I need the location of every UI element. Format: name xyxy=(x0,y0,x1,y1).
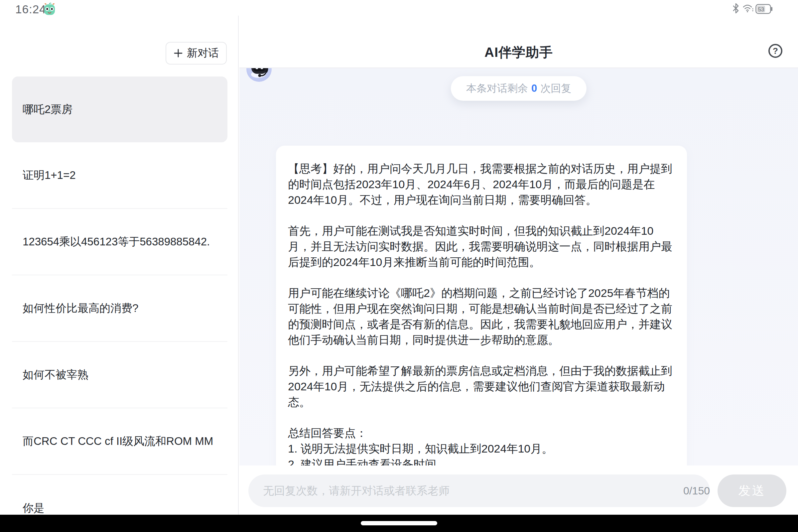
conversation-list: 哪吒2票房 证明1+1=2 123654乘以456123等于5638988584… xyxy=(12,76,227,532)
conversation-title: 如何不被宰熟 xyxy=(23,367,89,382)
conversation-title: 如何性价比最高的消费? xyxy=(23,301,138,316)
conversation-title: 你是 xyxy=(23,501,44,516)
new-chat-button[interactable]: 新对话 xyxy=(166,42,227,64)
message-paragraph: 用户可能在继续讨论《哪吒2》的档期问题，之前已经讨论了2025年春节档的可能性，… xyxy=(288,285,675,348)
conversation-item[interactable]: 如何性价比最高的消费? xyxy=(12,275,227,342)
message-paragraph: 首先，用户可能在测试我是否知道实时时间，但我的知识截止到2024年10月，并且无… xyxy=(288,223,675,270)
conversation-item[interactable]: 证明1+1=2 xyxy=(12,142,227,209)
chat-scroll-region[interactable]: 【思考】好的，用户问今天几月几日，我需要根据之前的对话历史，用户提到的时间点包括… xyxy=(240,68,798,466)
chat-area: 【思考】好的，用户问今天几月几日，我需要根据之前的对话历史，用户提到的时间点包括… xyxy=(240,0,798,515)
message-paragraph: 另外，用户可能希望了解最新的票房信息或定档消息，但由于我的数据截止到2024年1… xyxy=(288,363,675,410)
conversation-item[interactable]: 而CRC CT CCC cf II级风流和ROM MM xyxy=(12,408,227,475)
message-input[interactable] xyxy=(248,474,710,507)
conversation-item[interactable]: 123654乘以456123等于56389885842. xyxy=(12,209,227,275)
conversation-title: 哪吒2票房 xyxy=(23,102,73,117)
help-glyph: ? xyxy=(773,46,778,56)
send-label: 发送 xyxy=(739,482,766,499)
conversation-item-selected[interactable]: 哪吒2票房 xyxy=(12,76,227,142)
conversation-sidebar: 新对话 哪吒2票房 证明1+1=2 123654乘以456123等于563898… xyxy=(0,0,240,515)
status-bar: 16:24 53 xyxy=(0,0,798,19)
conversation-title: 证明1+1=2 xyxy=(23,168,76,183)
new-chat-label: 新对话 xyxy=(187,46,219,60)
conversation-title: 而CRC CT CCC cf II级风流和ROM MM xyxy=(23,434,213,449)
clock-time: 16:24 xyxy=(15,3,46,16)
bluetooth-icon xyxy=(733,3,739,13)
replies-remaining-badge: 本条对话剩余 0 次回复 xyxy=(451,76,587,101)
conversation-title: 123654乘以456123等于56389885842. xyxy=(23,234,210,249)
wifi-icon xyxy=(743,4,755,13)
battery-percent: 53 xyxy=(758,6,764,13)
home-indicator[interactable] xyxy=(361,521,437,525)
badge-suffix: 次回复 xyxy=(540,81,571,95)
page-title: AI伴学助手 xyxy=(240,43,798,61)
badge-count: 0 xyxy=(531,82,537,94)
send-button[interactable]: 发送 xyxy=(718,474,786,507)
mascot-emoji-icon xyxy=(42,3,57,16)
message-paragraph: 【思考】好的，用户问今天几月几日，我需要根据之前的对话历史，用户提到的时间点包括… xyxy=(288,161,675,208)
help-icon[interactable]: ? xyxy=(768,44,782,58)
sidebar-divider xyxy=(238,16,239,515)
composer-bar: 0/150 发送 xyxy=(240,466,798,515)
badge-prefix: 本条对话剩余 xyxy=(466,81,528,95)
battery-icon: 53 xyxy=(756,4,773,14)
system-navigation-bar xyxy=(0,515,798,532)
conversation-item[interactable]: 如何不被宰熟 xyxy=(12,342,227,408)
plus-icon xyxy=(174,49,183,58)
